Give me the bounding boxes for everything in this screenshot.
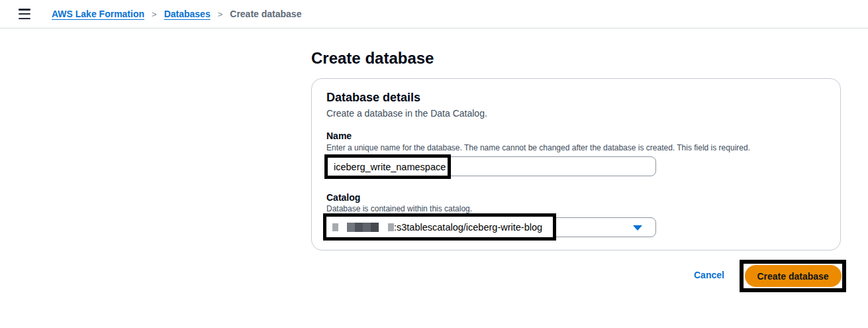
database-details-card: Database details Create a database in th… (311, 78, 841, 250)
cancel-button[interactable]: Cancel (694, 270, 724, 280)
annotation-box-name-value: iceberg_write_namespace (324, 154, 451, 179)
redacted-account-id-block (332, 223, 338, 231)
breadcrumb: AWS Lake Formation > Databases > Create … (52, 9, 301, 19)
name-field-description: Enter a unique name for the database. Th… (326, 143, 750, 152)
section-description: Create a database in the Data Catalog. (326, 108, 487, 119)
name-input-value: iceberg_write_namespace (334, 162, 446, 172)
breadcrumb-separator-icon: > (218, 9, 223, 19)
breadcrumb-databases[interactable]: Databases (164, 9, 211, 19)
chevron-down-icon (633, 225, 642, 231)
catalog-field-label: Catalog (326, 192, 360, 203)
create-database-button[interactable]: Create database (745, 265, 842, 287)
breadcrumb-separator-icon: > (152, 9, 157, 19)
redacted-account-id-mosaic (347, 223, 379, 232)
section-title: Database details (326, 91, 420, 105)
redacted-account-id-block (388, 223, 394, 231)
annotation-box-create-button: Create database (740, 260, 846, 292)
hamburger-menu-icon[interactable] (19, 9, 32, 19)
name-field-label: Name (326, 131, 352, 141)
breadcrumb-aws-lake-formation[interactable]: AWS Lake Formation (52, 9, 144, 19)
annotation-box-catalog-value: :s3tablescatalog/iceberg-write-blog (323, 213, 556, 241)
create-database-page: AWS Lake Formation > Databases > Create … (0, 0, 868, 328)
hamburger-bar (19, 9, 30, 11)
hamburger-bar (19, 18, 30, 20)
catalog-select-value: :s3tablescatalog/iceberg-write-blog (394, 222, 542, 233)
page-title: Create database (311, 49, 434, 68)
breadcrumb-current-page: Create database (230, 9, 301, 19)
hamburger-bar (19, 13, 30, 15)
catalog-field-description: Database is contained within this catalo… (326, 204, 472, 213)
top-navigation-bar: AWS Lake Formation > Databases > Create … (0, 0, 868, 28)
